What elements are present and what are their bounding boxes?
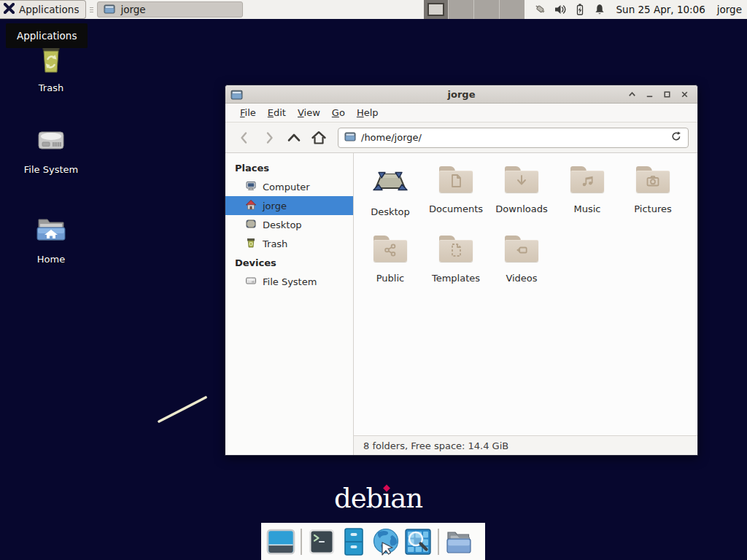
applications-menu-icon: [4, 3, 15, 16]
back-button[interactable]: [234, 127, 255, 149]
menu-help[interactable]: Help: [351, 105, 384, 120]
taskbar-window-button[interactable]: jorge: [97, 1, 243, 18]
file-list: Desktop Documents: [354, 153, 697, 435]
folder-item-documents[interactable]: Documents: [423, 158, 489, 227]
network-icon[interactable]: [534, 3, 547, 16]
forward-button[interactable]: [259, 127, 279, 149]
dock: [261, 523, 485, 560]
system-tray: [534, 3, 606, 16]
menu-go[interactable]: Go: [326, 105, 351, 120]
desktop-icon-label: Trash: [39, 82, 63, 93]
up-button[interactable]: [284, 127, 304, 149]
sidebar-item-label: File System: [263, 276, 317, 287]
trash-mini-icon: [245, 237, 257, 251]
sidebar-item-label: Computer: [263, 182, 310, 192]
file-manager-launcher[interactable]: [443, 526, 475, 558]
show-desktop-launcher[interactable]: [265, 526, 297, 558]
location-bar[interactable]: /home/jorge/: [338, 128, 689, 148]
panel-drag-handle[interactable]: [88, 4, 95, 15]
file-manager-window: jorge: [225, 85, 698, 456]
desktop-icon-label: File System: [24, 164, 78, 175]
workspace-1-active[interactable]: [424, 0, 449, 19]
menu-edit[interactable]: Edit: [262, 105, 292, 120]
folder-icon: [570, 163, 605, 198]
applications-tooltip: Applications: [6, 23, 88, 48]
folder-label: Videos: [506, 273, 537, 284]
devices-header: Devices: [225, 253, 353, 272]
places-header: Places: [225, 158, 353, 177]
sidebar-item-label: jorge: [263, 201, 287, 211]
applications-menu-label: Applications: [19, 4, 79, 15]
folder-item-pictures[interactable]: Pictures: [620, 158, 686, 227]
folder-icon: [438, 163, 473, 198]
shade-button[interactable]: [626, 88, 638, 101]
workspace-3[interactable]: [473, 0, 499, 19]
desktop-icon-file-system[interactable]: File System: [13, 122, 89, 175]
folder-item-videos[interactable]: Videos: [489, 227, 554, 296]
sidebar-item-computer[interactable]: Computer: [225, 177, 353, 196]
home-folder-icon: [34, 212, 69, 250]
close-button[interactable]: [678, 88, 691, 101]
folder-item-downloads[interactable]: Downloads: [489, 158, 554, 227]
notifications-bell-icon[interactable]: [593, 3, 606, 16]
menu-view[interactable]: View: [292, 105, 326, 120]
desktop: Applications jorge: [0, 0, 747, 560]
window-folder-icon: [104, 3, 115, 17]
toolbar: /home/jorge/: [225, 122, 697, 153]
sidebar-item-label: Trash: [263, 238, 287, 249]
workspace-4[interactable]: [499, 0, 525, 19]
battery-icon[interactable]: [573, 3, 587, 16]
dock-separator: [301, 529, 302, 555]
terminal-launcher[interactable]: [306, 526, 338, 558]
application-finder-launcher[interactable]: [402, 526, 434, 558]
window-titlebar[interactable]: jorge: [225, 85, 697, 104]
logo-text-part: deb: [334, 483, 382, 514]
file-cabinet-launcher[interactable]: [338, 526, 370, 558]
sidebar-item-trash[interactable]: Trash: [225, 234, 353, 253]
folder-icon: [373, 233, 408, 268]
home-icon: [245, 199, 257, 213]
web-browser-launcher[interactable]: [370, 526, 402, 558]
minimize-button[interactable]: [643, 88, 656, 101]
drive-mini-icon: [245, 275, 257, 289]
path-folder-icon: [344, 131, 356, 145]
folder-item-music[interactable]: Music: [554, 158, 620, 227]
reload-icon[interactable]: [670, 131, 682, 145]
sidebar-item-label: Desktop: [263, 219, 302, 230]
folder-icon: [635, 163, 670, 198]
computer-icon: [245, 180, 257, 194]
applications-menu-button[interactable]: Applications: [0, 0, 86, 19]
desktop-icon-trash[interactable]: Trash: [13, 41, 89, 93]
sidebar-item-jorge-home[interactable]: jorge: [225, 196, 353, 215]
taskbar-window-label: jorge: [120, 4, 145, 15]
desktop-icon-home[interactable]: Home: [13, 212, 89, 265]
folder-label: Music: [574, 203, 601, 214]
desktop-icon-label: Home: [37, 254, 65, 265]
volume-icon[interactable]: [554, 3, 567, 16]
maximize-button[interactable]: [661, 88, 673, 101]
status-bar: 8 folders, Free space: 14.4 GiB: [354, 435, 697, 455]
top-panel: Applications jorge: [0, 0, 747, 19]
folder-icon: [504, 163, 539, 198]
dock-separator: [438, 529, 439, 555]
workspace-2[interactable]: [448, 0, 473, 19]
folder-label: Templates: [432, 273, 480, 284]
panel-username[interactable]: jorge: [717, 4, 742, 15]
folder-label: Downloads: [495, 203, 547, 214]
folder-item-desktop[interactable]: Desktop: [357, 158, 423, 227]
folder-label: Pictures: [634, 203, 671, 214]
sidebar-item-file-system[interactable]: File System: [225, 272, 353, 291]
menu-file[interactable]: File: [234, 105, 262, 120]
folder-label: Public: [376, 273, 404, 284]
folder-label: Desktop: [371, 206, 410, 217]
debian-wallpaper-logo: debıan: [334, 483, 422, 514]
folder-label: Documents: [429, 203, 483, 214]
panel-clock[interactable]: Sun 25 Apr, 10:06: [616, 4, 705, 15]
desktop-mini-icon: [245, 218, 257, 232]
sidebar-item-desktop[interactable]: Desktop: [225, 215, 353, 234]
folder-item-public[interactable]: Public: [357, 227, 423, 296]
workspace-switcher: [424, 0, 525, 19]
home-button[interactable]: [309, 127, 329, 149]
sidebar: Places Computer: [225, 153, 354, 455]
folder-item-templates[interactable]: Templates: [423, 227, 489, 296]
